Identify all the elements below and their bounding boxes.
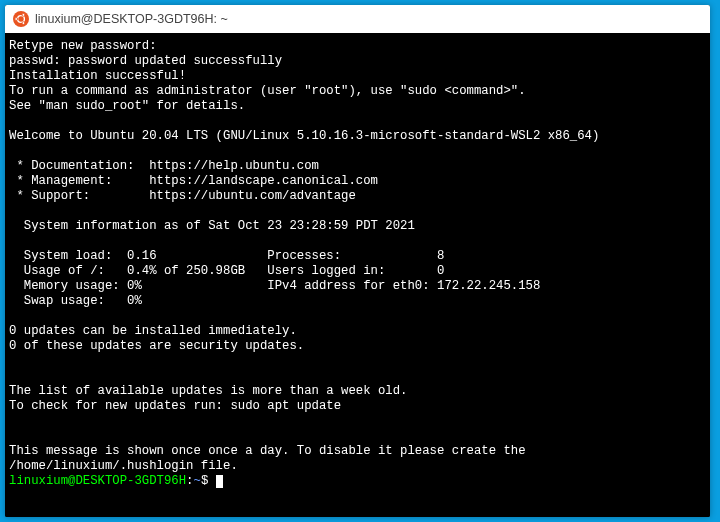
term-line: 0 updates can be installed immediately. — [9, 324, 297, 338]
window-title: linuxium@DESKTOP-3GDT96H: ~ — [35, 12, 228, 26]
prompt-user: linuxium@DESKTOP-3GDT96H — [9, 474, 186, 488]
prompt-dollar: $ — [201, 474, 208, 488]
term-line: /home/linuxium/.hushlogin file. — [9, 459, 238, 473]
term-line: System load: 0.16 Processes: 8 — [9, 249, 444, 263]
term-line: The list of available updates is more th… — [9, 384, 407, 398]
term-line: Installation successful! — [9, 69, 186, 83]
term-line: See "man sudo_root" for details. — [9, 99, 245, 113]
term-line: Usage of /: 0.4% of 250.98GB Users logge… — [9, 264, 444, 278]
prompt-colon: : — [186, 474, 193, 488]
prompt-path: ~ — [194, 474, 201, 488]
term-line: To run a command as administrator (user … — [9, 84, 526, 98]
term-line: This message is shown once once a day. T… — [9, 444, 526, 458]
term-line: Retype new password: — [9, 39, 157, 53]
window-titlebar[interactable]: linuxium@DESKTOP-3GDT96H: ~ — [5, 5, 710, 33]
term-line: To check for new updates run: sudo apt u… — [9, 399, 341, 413]
term-line: * Documentation: https://help.ubuntu.com — [9, 159, 319, 173]
svg-point-3 — [22, 14, 25, 17]
term-line: Memory usage: 0% IPv4 address for eth0: … — [9, 279, 540, 293]
term-line: Swap usage: 0% — [9, 294, 142, 308]
desktop-background: linuxium@DESKTOP-3GDT96H: ~ Retype new p… — [0, 0, 720, 522]
ubuntu-icon — [13, 11, 29, 27]
term-line: passwd: password updated successfully — [9, 54, 282, 68]
term-line: * Management: https://landscape.canonica… — [9, 174, 378, 188]
terminal-body[interactable]: Retype new password: passwd: password up… — [5, 33, 710, 517]
term-line: * Support: https://ubuntu.com/advantage — [9, 189, 356, 203]
term-line: System information as of Sat Oct 23 23:2… — [9, 219, 415, 233]
svg-point-4 — [22, 22, 25, 25]
term-line: Welcome to Ubuntu 20.04 LTS (GNU/Linux 5… — [9, 129, 599, 143]
terminal-cursor — [216, 475, 223, 488]
terminal-window: linuxium@DESKTOP-3GDT96H: ~ Retype new p… — [5, 5, 710, 517]
svg-point-2 — [15, 18, 18, 21]
term-line: 0 of these updates are security updates. — [9, 339, 304, 353]
